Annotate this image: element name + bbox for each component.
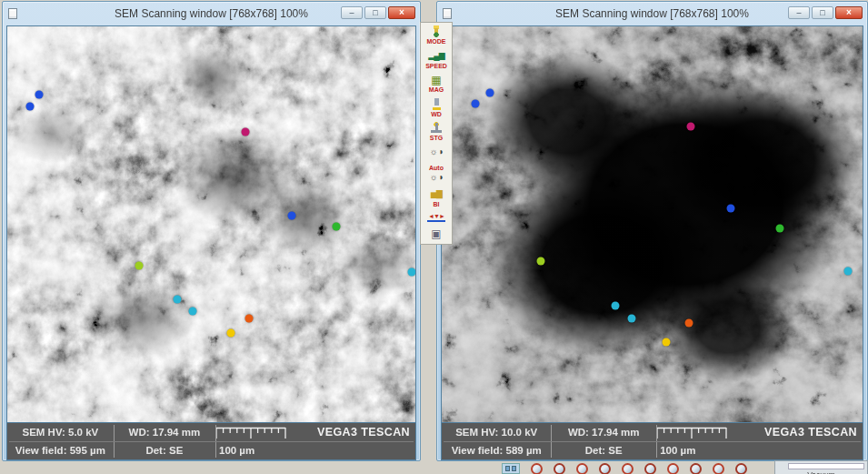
analysis-point-marker[interactable] xyxy=(333,223,341,231)
vacuum-label: Vacuum xyxy=(775,470,867,474)
minimize-button[interactable]: – xyxy=(788,6,810,19)
det-readout: Det: SE xyxy=(551,441,656,459)
divider xyxy=(444,441,861,442)
scale-label: 100 µm xyxy=(215,441,292,459)
auto-contrast-icon xyxy=(427,171,445,183)
analysis-point-marker[interactable] xyxy=(687,123,695,131)
analysis-point-marker[interactable] xyxy=(628,315,636,323)
analysis-point-marker[interactable] xyxy=(486,89,494,97)
sem-toolbar: MODE SPEED MAG WD STG Auto BI xyxy=(420,22,453,245)
wd-readout: WD: 17.94 mm xyxy=(114,423,215,441)
chamber-icon xyxy=(427,228,445,240)
minimize-button[interactable]: – xyxy=(341,6,363,19)
toolbar-chamber-button[interactable] xyxy=(427,228,445,241)
analysis-point-marker[interactable] xyxy=(685,319,693,328)
analysis-point-marker[interactable] xyxy=(472,100,480,108)
centering-icon xyxy=(427,212,445,222)
bi-icon xyxy=(427,188,445,200)
analysis-point-marker[interactable] xyxy=(612,302,620,310)
scale-ruler xyxy=(215,427,286,439)
taskbar-icon[interactable] xyxy=(690,463,702,474)
data-bar: SEM HV: 10.0 kV WD: 17.94 mm VEGA3 TESCA… xyxy=(441,423,863,460)
analysis-point-marker[interactable] xyxy=(727,205,735,213)
close-button[interactable]: × xyxy=(388,6,415,19)
analysis-point-marker[interactable] xyxy=(135,262,144,270)
mag-icon xyxy=(427,74,445,86)
sem-image-right[interactable] xyxy=(441,25,863,423)
analysis-point-marker[interactable] xyxy=(776,225,784,233)
sem-image-left[interactable] xyxy=(6,25,416,423)
taskbar-icons xyxy=(502,463,747,474)
toolbar-stage-button[interactable]: STG xyxy=(427,122,445,141)
close-icon: × xyxy=(399,8,404,17)
minimize-icon: – xyxy=(349,9,354,17)
titlebar[interactable]: SEM Scanning window [768x768] 100% – □ × xyxy=(441,5,863,23)
sem-hv-readout: SEM HV: 10.0 kV xyxy=(442,423,551,441)
toolbar-auto-contrast-button[interactable]: Auto xyxy=(427,164,445,183)
analysis-point-marker[interactable] xyxy=(189,308,197,316)
taskbar-icon[interactable] xyxy=(531,463,543,474)
det-readout: Det: SE xyxy=(114,441,215,459)
maximize-button[interactable]: □ xyxy=(364,6,386,19)
maximize-button[interactable]: □ xyxy=(812,6,833,19)
toolbar-bi-button[interactable]: BI xyxy=(427,188,445,207)
view-field-readout: View field: 595 µm xyxy=(7,441,114,459)
toolbar-centering-button[interactable] xyxy=(427,212,445,223)
analysis-point-marker[interactable] xyxy=(35,91,44,99)
divider xyxy=(9,441,414,442)
taskbar-icon[interactable] xyxy=(576,463,588,474)
analysis-point-marker[interactable] xyxy=(245,315,254,323)
analysis-point-marker[interactable] xyxy=(227,329,235,338)
scale-label: 100 µm xyxy=(656,441,733,459)
analysis-point-marker[interactable] xyxy=(663,338,671,347)
data-bar: SEM HV: 5.0 kV WD: 17.94 mm VEGA3 TESCAN… xyxy=(6,423,416,460)
analysis-point-marker[interactable] xyxy=(408,268,416,277)
contrast-icon xyxy=(427,146,445,158)
brand-label: VEGA3 TESCAN xyxy=(317,423,410,441)
stage-icon xyxy=(427,122,445,134)
toolbar-mag-button[interactable]: MAG xyxy=(427,74,445,93)
sem-window-right: SEM Scanning window [768x768] 100% – □ ×… xyxy=(436,1,868,461)
mode-icon xyxy=(427,25,445,37)
view-field-readout: View field: 589 µm xyxy=(442,441,551,459)
vacuum-status-box xyxy=(788,463,864,469)
titlebar[interactable]: SEM Scanning window [768x768] 100% – □ × xyxy=(6,5,416,23)
sem-hv-readout: SEM HV: 5.0 kV xyxy=(7,423,114,441)
toolbar-contrast-button[interactable] xyxy=(427,146,445,159)
taskbar-icon[interactable] xyxy=(667,463,679,474)
analysis-point-marker[interactable] xyxy=(288,212,296,220)
analysis-point-marker[interactable] xyxy=(537,257,545,266)
toolbar-mode-button[interactable]: MODE xyxy=(427,25,446,45)
sem-texture-shadows xyxy=(7,26,415,422)
maximize-icon: □ xyxy=(373,9,377,17)
maximize-icon: □ xyxy=(820,9,824,17)
analysis-point-marker[interactable] xyxy=(26,103,35,111)
layout-toggle-icon[interactable] xyxy=(502,463,520,474)
taskbar-icon[interactable] xyxy=(599,463,611,474)
sem-window-left: SEM Scanning window [768x768] 100% – □ ×… xyxy=(2,1,421,461)
taskbar-icon[interactable] xyxy=(735,463,747,474)
minimize-icon: – xyxy=(796,9,801,17)
analysis-point-marker[interactable] xyxy=(174,296,182,304)
wd-readout: WD: 17.94 mm xyxy=(551,423,656,441)
wd-icon xyxy=(427,98,445,110)
scale-ruler xyxy=(656,427,727,439)
vacuum-panel: Vacuum xyxy=(774,460,868,474)
taskbar-icon[interactable] xyxy=(622,463,634,474)
taskbar-icon[interactable] xyxy=(554,463,565,474)
close-icon: × xyxy=(846,8,852,17)
sem-texture-shadows xyxy=(442,26,863,422)
toolbar-wd-button[interactable]: WD xyxy=(427,98,445,117)
toolbar-speed-button[interactable]: SPEED xyxy=(425,50,447,69)
taskbar-icon[interactable] xyxy=(644,463,656,474)
taskbar-icon[interactable] xyxy=(713,463,724,474)
analysis-point-marker[interactable] xyxy=(844,267,853,276)
close-button[interactable]: × xyxy=(835,6,863,19)
speed-icon xyxy=(427,50,445,62)
brand-label: VEGA3 TESCAN xyxy=(764,423,857,441)
analysis-point-marker[interactable] xyxy=(242,128,250,136)
